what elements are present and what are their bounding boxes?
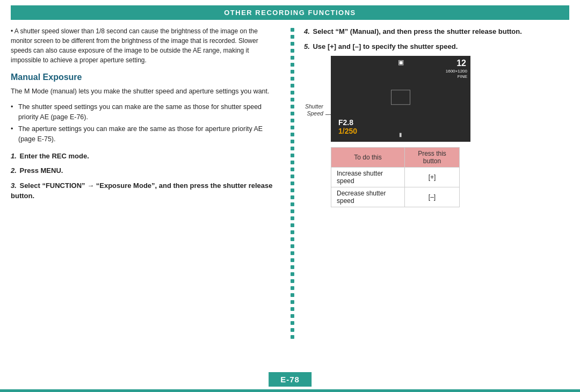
bullet-list: The shutter speed settings you can make … — [11, 102, 279, 144]
step-1: 1. Enter the REC mode. — [11, 151, 279, 162]
left-column: • A shutter speed slower than 1/8 second… — [11, 26, 285, 340]
dot — [291, 251, 294, 255]
dot — [291, 244, 294, 248]
dot — [291, 42, 294, 46]
dot — [291, 168, 294, 171]
focus-box — [391, 90, 410, 105]
dot — [291, 70, 294, 74]
shutter-label: ShutterSpeed — [305, 103, 323, 118]
dot — [291, 307, 294, 311]
dot — [291, 195, 294, 199]
dot — [291, 314, 294, 318]
dot — [291, 216, 294, 220]
dot — [291, 265, 294, 269]
dot — [291, 223, 294, 227]
dot — [291, 161, 294, 164]
aperture-display: F2.8 — [338, 118, 353, 127]
step-2-text: Press MENU. — [19, 166, 63, 175]
step-3: 3. Select “FUNCTION” → “Exposure Mode”, … — [11, 180, 279, 201]
dot — [291, 91, 294, 95]
dot — [291, 175, 294, 178]
dot — [291, 237, 294, 241]
table-cell-button: [–] — [405, 187, 460, 207]
resolution-text: 1600×1200 FINE — [446, 69, 467, 80]
dot — [291, 293, 294, 297]
dot — [291, 133, 294, 136]
dot — [291, 335, 294, 339]
dot — [291, 84, 294, 88]
step-3-num: 3. — [11, 182, 17, 190]
dot — [291, 188, 294, 192]
dot — [291, 112, 294, 115]
dot — [291, 272, 294, 276]
step-1-text: Enter the REC mode. — [19, 152, 89, 160]
dot — [291, 105, 294, 108]
camera-display-area: ShutterSpeed ▣ 12 1600×1200 FINE F2.8 — [331, 56, 569, 142]
top-right-number: 12 — [456, 59, 466, 68]
step-5-text: Use [+] and [–] to specify the shutter s… — [313, 42, 458, 50]
camera-icon: ▣ — [398, 59, 404, 66]
dot — [291, 154, 294, 157]
speed-display: 1/250 — [338, 127, 357, 135]
table-cell-button: [+] — [405, 168, 460, 187]
dot — [291, 230, 294, 234]
dot — [291, 258, 294, 262]
table-header-button: Press this button — [405, 148, 460, 168]
dot — [291, 321, 294, 325]
divider-dots — [285, 26, 300, 340]
table-header-action: To do this — [331, 148, 405, 168]
section-intro: The M Mode (manual) lets you make the sh… — [11, 86, 279, 97]
dot — [291, 279, 294, 283]
dot — [291, 63, 294, 67]
dot — [291, 119, 294, 122]
main-content: • A shutter speed slower than 1/8 second… — [11, 20, 569, 340]
step-2-num: 2. — [11, 166, 17, 175]
header-title: OTHER RECORDING FUNCTIONS — [224, 9, 356, 17]
bullet-item: The aperture settings you can make are t… — [11, 124, 279, 144]
dot — [291, 328, 294, 332]
dot — [291, 35, 294, 39]
shutter-speed-table: To do this Press this button Increase sh… — [331, 147, 460, 207]
dot — [291, 147, 294, 150]
bottom-decorative-line — [0, 389, 580, 392]
dot — [291, 209, 294, 213]
step-1-num: 1. — [11, 152, 17, 160]
table-row: Decrease shutter speed [–] — [331, 187, 460, 207]
dot — [291, 286, 294, 290]
right-column: 4. Select “M” (Manual), and then press t… — [300, 26, 569, 340]
top-note: • A shutter speed slower than 1/8 second… — [11, 26, 279, 65]
step-2: 2. Press MENU. — [11, 165, 279, 176]
camera-screen: ▣ 12 1600×1200 FINE F2.8 1/250 ▮ — [331, 56, 470, 142]
table-cell-action: Decrease shutter speed — [331, 187, 405, 207]
section-heading: Manual Exposure — [11, 72, 279, 82]
dot — [291, 140, 294, 143]
dot — [291, 182, 294, 185]
dot — [291, 300, 294, 304]
dot — [291, 28, 294, 32]
page-number: E-78 — [280, 375, 300, 384]
dot — [291, 77, 294, 81]
dot — [291, 202, 294, 206]
step-3-text: Select “FUNCTION” → “Exposure Mode”, and… — [11, 182, 272, 200]
page-header: OTHER RECORDING FUNCTIONS — [11, 5, 569, 20]
table-row: Increase shutter speed [+] — [331, 168, 460, 187]
bullet-item: The shutter speed settings you can make … — [11, 102, 279, 122]
dot — [291, 56, 294, 60]
step-5-num: 5. — [304, 42, 310, 50]
dot — [291, 49, 294, 53]
step-4-text: Select “M” (Manual), and then press the … — [313, 27, 521, 35]
dot — [291, 126, 294, 129]
table-cell-action: Increase shutter speed — [331, 168, 405, 187]
dot — [291, 98, 294, 101]
step-5: 5. Use [+] and [–] to specify the shutte… — [304, 41, 569, 52]
step-4: 4. Select “M” (Manual), and then press t… — [304, 26, 569, 37]
battery-icon: ▮ — [399, 132, 402, 137]
page-number-bar: E-78 — [269, 372, 311, 387]
step-4-num: 4. — [304, 27, 310, 35]
